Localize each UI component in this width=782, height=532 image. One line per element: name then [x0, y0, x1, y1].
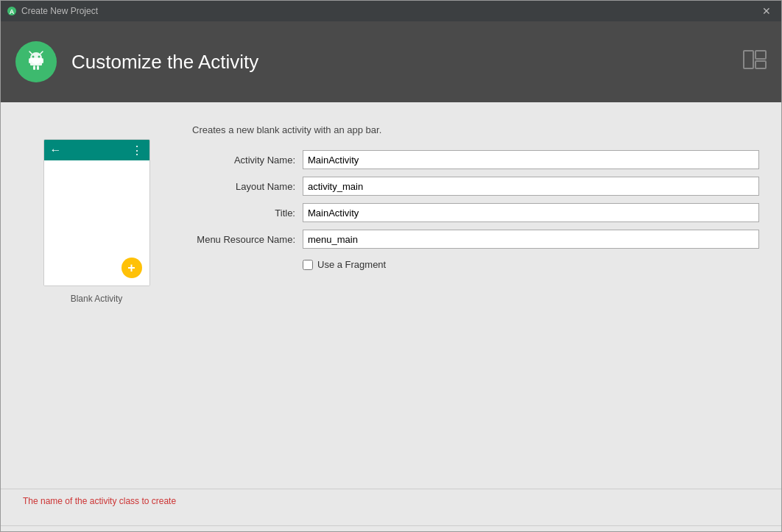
activity-form: Activity Name: Layout Name: Title: Menu … [192, 150, 759, 270]
page-title: Customize the Activity [71, 51, 258, 74]
title-row: Title: [192, 203, 759, 222]
svg-rect-11 [37, 65, 39, 70]
android-logo [15, 41, 57, 82]
header-left: Customize the Activity [15, 41, 258, 82]
menu-resource-row: Menu Resource Name: [192, 230, 759, 249]
svg-line-6 [29, 52, 32, 54]
main-content: ← ⋮ + Blank Activity Creates a new blank… [1, 102, 781, 489]
status-area: The name of the activity class to create [1, 489, 781, 525]
activity-name-input[interactable] [303, 150, 759, 169]
status-text: The name of the activity class to create [23, 496, 176, 506]
title-input[interactable] [303, 203, 759, 222]
activity-name-row: Activity Name: [192, 150, 759, 169]
svg-line-7 [40, 52, 43, 54]
svg-rect-13 [755, 51, 766, 59]
svg-rect-3 [30, 58, 42, 65]
description-text: Creates a new blank activity with an app… [192, 124, 759, 135]
phone-mockup: ← ⋮ + [43, 139, 150, 286]
header: Customize the Activity [1, 21, 781, 102]
app-icon: A [7, 6, 17, 16]
back-arrow-icon: ← [50, 143, 62, 157]
svg-rect-8 [29, 58, 31, 63]
more-options-icon: ⋮ [131, 143, 144, 157]
svg-point-5 [38, 56, 40, 58]
form-panel: Creates a new blank activity with an app… [192, 117, 759, 474]
menu-resource-label: Menu Resource Name: [192, 234, 295, 245]
title-bar: A Create New Project ✕ [1, 1, 781, 21]
layout-icon [743, 50, 767, 74]
layout-name-input[interactable] [303, 177, 759, 196]
phone-app-bar: ← ⋮ [44, 140, 149, 160]
svg-text:A: A [10, 8, 15, 15]
phone-body: + [44, 160, 149, 285]
title-label: Title: [192, 208, 295, 219]
preview-panel: ← ⋮ + Blank Activity [23, 117, 170, 474]
svg-rect-9 [41, 58, 43, 63]
svg-rect-10 [33, 65, 35, 70]
layout-name-row: Layout Name: [192, 177, 759, 196]
footer: Previous Next Cancel Finish [1, 525, 781, 532]
svg-rect-12 [744, 51, 753, 68]
fab-button: + [121, 258, 142, 278]
svg-point-4 [32, 56, 35, 58]
activity-name-label: Activity Name: [192, 155, 295, 166]
layout-name-label: Layout Name: [192, 181, 295, 192]
window-title: Create New Project [21, 6, 98, 16]
use-fragment-checkbox[interactable] [303, 260, 313, 270]
svg-rect-14 [755, 61, 766, 68]
use-fragment-row: Use a Fragment [303, 259, 759, 270]
menu-resource-input[interactable] [303, 230, 759, 249]
android-icon [23, 49, 49, 75]
title-bar-left: A Create New Project [7, 6, 98, 16]
close-button[interactable]: ✕ [758, 4, 775, 18]
use-fragment-label: Use a Fragment [317, 259, 386, 270]
activity-type-label: Blank Activity [71, 294, 123, 304]
